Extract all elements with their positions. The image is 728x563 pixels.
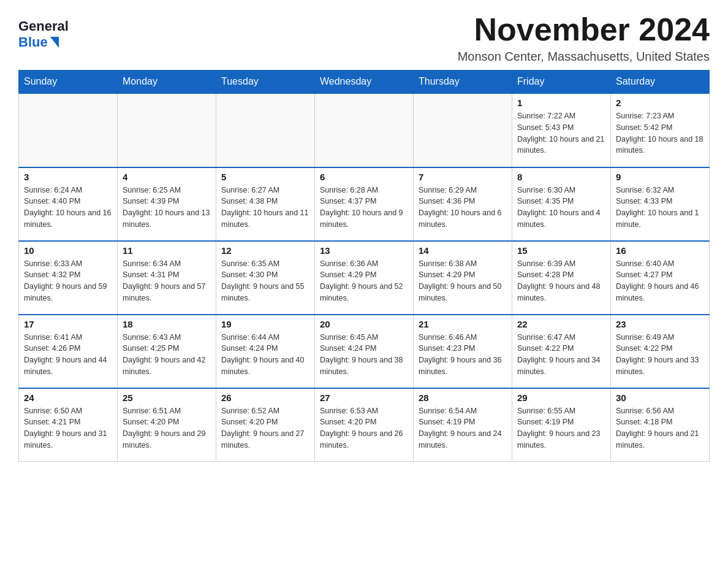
day-info: Sunrise: 6:35 AMSunset: 4:30 PMDaylight:… [221, 259, 305, 302]
day-info: Sunrise: 6:54 AMSunset: 4:19 PMDaylight:… [419, 407, 502, 450]
day-info: Sunrise: 6:45 AMSunset: 4:24 PMDaylight:… [320, 333, 403, 376]
calendar-cell: 29 Sunrise: 6:55 AMSunset: 4:19 PMDaylig… [512, 388, 611, 462]
calendar-header-sunday: Sunday [19, 70, 118, 94]
calendar-cell: 10 Sunrise: 6:33 AMSunset: 4:32 PMDaylig… [19, 241, 118, 315]
day-info: Sunrise: 6:32 AMSunset: 4:33 PMDaylight:… [616, 186, 699, 229]
day-info: Sunrise: 6:56 AMSunset: 4:18 PMDaylight:… [616, 407, 699, 450]
day-number: 30 [616, 393, 704, 403]
day-info: Sunrise: 6:49 AMSunset: 4:22 PMDaylight:… [616, 333, 699, 376]
calendar-cell: 16 Sunrise: 6:40 AMSunset: 4:27 PMDaylig… [611, 241, 710, 315]
day-info: Sunrise: 6:40 AMSunset: 4:27 PMDaylight:… [616, 259, 699, 302]
day-number: 15 [517, 245, 605, 256]
calendar-cell: 1 Sunrise: 7:22 AMSunset: 5:43 PMDayligh… [512, 94, 611, 167]
day-number: 14 [419, 245, 507, 256]
calendar-header-monday: Monday [118, 70, 216, 94]
calendar-header-tuesday: Tuesday [216, 70, 315, 94]
day-number: 19 [221, 319, 309, 329]
day-number: 26 [221, 393, 309, 403]
calendar-cell: 17 Sunrise: 6:41 AMSunset: 4:26 PMDaylig… [19, 315, 118, 388]
day-number: 24 [24, 393, 112, 403]
day-number: 4 [123, 172, 211, 182]
day-info: Sunrise: 6:25 AMSunset: 4:39 PMDaylight:… [123, 186, 210, 229]
day-number: 27 [320, 393, 408, 403]
day-number: 8 [517, 172, 605, 182]
calendar-header-friday: Friday [512, 70, 611, 94]
day-number: 28 [419, 393, 507, 403]
day-info: Sunrise: 7:23 AMSunset: 5:42 PMDaylight:… [616, 112, 703, 155]
day-info: Sunrise: 6:34 AMSunset: 4:31 PMDaylight:… [123, 259, 206, 302]
calendar-cell: 24 Sunrise: 6:50 AMSunset: 4:21 PMDaylig… [19, 388, 118, 462]
calendar-cell [315, 94, 414, 167]
calendar-cell: 19 Sunrise: 6:44 AMSunset: 4:24 PMDaylig… [216, 315, 315, 388]
calendar-week-row: 3 Sunrise: 6:24 AMSunset: 4:40 PMDayligh… [19, 167, 710, 241]
calendar-cell: 20 Sunrise: 6:45 AMSunset: 4:24 PMDaylig… [315, 315, 414, 388]
page-header: General Blue November 2024 Monson Center… [18, 12, 710, 64]
day-info: Sunrise: 6:33 AMSunset: 4:32 PMDaylight:… [24, 259, 107, 302]
calendar-cell [118, 94, 216, 167]
calendar-cell: 4 Sunrise: 6:25 AMSunset: 4:39 PMDayligh… [118, 167, 216, 241]
day-number: 9 [616, 172, 704, 182]
day-number: 11 [123, 245, 211, 256]
calendar-cell: 12 Sunrise: 6:35 AMSunset: 4:30 PMDaylig… [216, 241, 315, 315]
logo: General Blue [18, 12, 69, 50]
day-number: 17 [24, 319, 112, 329]
day-info: Sunrise: 6:43 AMSunset: 4:25 PMDaylight:… [123, 333, 206, 376]
day-info: Sunrise: 6:44 AMSunset: 4:24 PMDaylight:… [221, 333, 305, 376]
calendar-cell [216, 94, 315, 167]
calendar-cell: 28 Sunrise: 6:54 AMSunset: 4:19 PMDaylig… [414, 388, 512, 462]
day-info: Sunrise: 6:38 AMSunset: 4:29 PMDaylight:… [419, 259, 502, 302]
day-number: 7 [419, 172, 507, 182]
day-info: Sunrise: 6:46 AMSunset: 4:23 PMDaylight:… [419, 333, 502, 376]
day-info: Sunrise: 6:41 AMSunset: 4:26 PMDaylight:… [24, 333, 107, 376]
day-number: 5 [221, 172, 309, 182]
calendar-cell: 23 Sunrise: 6:49 AMSunset: 4:22 PMDaylig… [611, 315, 710, 388]
day-number: 21 [419, 319, 507, 329]
day-number: 3 [24, 172, 112, 182]
calendar-week-row: 24 Sunrise: 6:50 AMSunset: 4:21 PMDaylig… [19, 388, 710, 462]
day-info: Sunrise: 6:30 AMSunset: 4:35 PMDaylight:… [517, 186, 601, 229]
calendar-cell [414, 94, 512, 167]
calendar-week-row: 17 Sunrise: 6:41 AMSunset: 4:26 PMDaylig… [19, 315, 710, 388]
day-info: Sunrise: 6:52 AMSunset: 4:20 PMDaylight:… [221, 407, 305, 450]
day-number: 29 [517, 393, 605, 403]
calendar-cell: 25 Sunrise: 6:51 AMSunset: 4:20 PMDaylig… [118, 388, 216, 462]
day-number: 25 [123, 393, 211, 403]
calendar-cell: 6 Sunrise: 6:28 AMSunset: 4:37 PMDayligh… [315, 167, 414, 241]
day-number: 22 [517, 319, 605, 329]
calendar-header-row: SundayMondayTuesdayWednesdayThursdayFrid… [19, 70, 710, 94]
day-info: Sunrise: 6:47 AMSunset: 4:22 PMDaylight:… [517, 333, 601, 376]
calendar-cell: 11 Sunrise: 6:34 AMSunset: 4:31 PMDaylig… [118, 241, 216, 315]
calendar-cell: 2 Sunrise: 7:23 AMSunset: 5:42 PMDayligh… [611, 94, 710, 167]
logo-blue-text: Blue [18, 34, 59, 50]
title-block: November 2024 Monson Center, Massachuset… [458, 12, 710, 64]
calendar-cell: 8 Sunrise: 6:30 AMSunset: 4:35 PMDayligh… [512, 167, 611, 241]
calendar-header-thursday: Thursday [414, 70, 512, 94]
day-info: Sunrise: 6:39 AMSunset: 4:28 PMDaylight:… [517, 259, 601, 302]
calendar-cell: 18 Sunrise: 6:43 AMSunset: 4:25 PMDaylig… [118, 315, 216, 388]
calendar-header-saturday: Saturday [611, 70, 710, 94]
day-number: 16 [616, 245, 704, 256]
calendar-cell: 21 Sunrise: 6:46 AMSunset: 4:23 PMDaylig… [414, 315, 512, 388]
day-number: 6 [320, 172, 408, 182]
day-number: 18 [123, 319, 211, 329]
calendar-cell: 13 Sunrise: 6:36 AMSunset: 4:29 PMDaylig… [315, 241, 414, 315]
logo-triangle-icon [50, 37, 59, 48]
calendar-cell: 26 Sunrise: 6:52 AMSunset: 4:20 PMDaylig… [216, 388, 315, 462]
day-info: Sunrise: 6:28 AMSunset: 4:37 PMDaylight:… [320, 186, 403, 229]
day-info: Sunrise: 6:27 AMSunset: 4:38 PMDaylight:… [221, 186, 308, 229]
calendar-cell: 3 Sunrise: 6:24 AMSunset: 4:40 PMDayligh… [19, 167, 118, 241]
day-number: 10 [24, 245, 112, 256]
calendar-header-wednesday: Wednesday [315, 70, 414, 94]
calendar-week-row: 10 Sunrise: 6:33 AMSunset: 4:32 PMDaylig… [19, 241, 710, 315]
day-number: 13 [320, 245, 408, 256]
day-info: Sunrise: 6:24 AMSunset: 4:40 PMDaylight:… [24, 186, 111, 229]
logo-general-text: General [18, 18, 69, 34]
day-info: Sunrise: 6:50 AMSunset: 4:21 PMDaylight:… [24, 407, 107, 450]
day-info: Sunrise: 6:51 AMSunset: 4:20 PMDaylight:… [123, 407, 206, 450]
calendar-cell: 22 Sunrise: 6:47 AMSunset: 4:22 PMDaylig… [512, 315, 611, 388]
day-number: 23 [616, 319, 704, 329]
day-number: 20 [320, 319, 408, 329]
day-info: Sunrise: 6:29 AMSunset: 4:36 PMDaylight:… [419, 186, 502, 229]
day-number: 12 [221, 245, 309, 256]
calendar-cell: 30 Sunrise: 6:56 AMSunset: 4:18 PMDaylig… [611, 388, 710, 462]
